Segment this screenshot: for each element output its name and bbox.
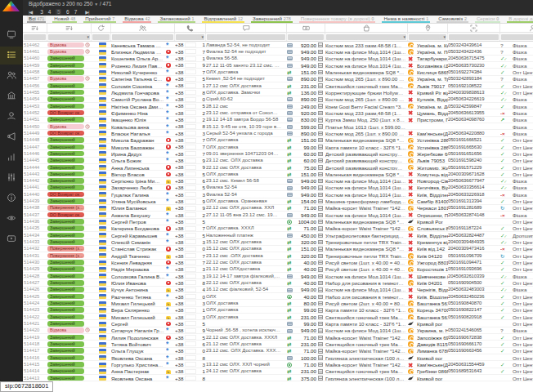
column-header-user[interactable] — [500, 24, 533, 32]
sidebar-item-video[interactable] — [0, 230, 23, 248]
order-row[interactable]: 514447ЗавершенийМикола Бадражан+387ОЛХ д… — [23, 144, 533, 150]
order-row[interactable]: 514451ЗавершенийІващенко Юлія*+38219.12 … — [23, 117, 533, 123]
column-header-chat[interactable] — [206, 24, 287, 32]
sidebar-item-visibility[interactable] — [0, 210, 23, 228]
order-row[interactable]: 514453ЗавершенийНікітіна Оксана Дми…*+38… — [23, 103, 533, 109]
tab-Нема в наявності[interactable]: Нема в наявності 1 — [382, 16, 430, 23]
order-row[interactable]: 514445ЗавершенийОльга Божик*+38923.12 см… — [23, 158, 533, 164]
order-row[interactable]: 514414ЗавершенийАнна Пастернакlc+38124.1… — [23, 368, 533, 375]
column-header-phone[interactable] — [175, 24, 206, 32]
filter-input[interactable] — [449, 34, 499, 40]
chevron-down-icon[interactable]: ▼ — [94, 2, 98, 7]
page-4[interactable]: 4 — [48, 9, 52, 15]
order-row[interactable]: 514417ЗавершенийОльга Глущук*+38023.12 с… — [23, 348, 533, 354]
column-header-bag[interactable] — [325, 24, 408, 32]
tab-В дорозі додому[interactable]: В дорозі додому 0 — [507, 16, 533, 23]
order-row[interactable]: 514456ЗавершенийСоломія Сідоніна*+38127.… — [23, 82, 533, 89]
sidebar-item-marketing[interactable] — [0, 128, 23, 146]
tab-Відправлений[interactable]: Відправлений 12 — [202, 16, 244, 23]
order-row[interactable]: 514426ЗавершенийКучук Антонинаlc+38416.1… — [23, 287, 533, 293]
order-row[interactable]: 514428ЗавершенийСолодкова Галина В…*+383… — [23, 273, 533, 279]
sidebar-item-orders[interactable] — [0, 47, 23, 65]
order-row[interactable]: 514462ВідмоваКаневська Тамара …*+381Лава… — [23, 42, 533, 48]
order-row[interactable]: 514422ЗавершенийМихаил Гилецькийlc+383ОЛ… — [23, 314, 533, 320]
order-row[interactable]: 514437DO Возврат ок…Анжела Безушку*+3822… — [23, 212, 533, 218]
order-row[interactable]: 514449DO Возврат ок…Власюк Наталья*+383С… — [23, 130, 533, 136]
sidebar-item-screen[interactable] — [0, 26, 23, 44]
order-row[interactable]: 514450ВідмоваКовальова анна*+38815.12. 9… — [23, 123, 533, 130]
order-row[interactable]: 514439ЗавершенийУляна Мусійовська*+389ОЛ… — [23, 198, 533, 205]
order-row[interactable]: 514442ЗавершенийСергієнко Іріна Ми…lc+38… — [23, 178, 533, 185]
sidebar-item-finance[interactable] — [0, 108, 23, 126]
sidebar-item-settings[interactable] — [0, 169, 23, 187]
filter-input[interactable] — [24, 34, 46, 40]
sidebar-item-customers[interactable] — [0, 67, 23, 85]
page-7[interactable]: 7 — [74, 9, 78, 15]
filter-input[interactable] — [207, 34, 285, 40]
order-row[interactable]: 514435ЗавершенийКатерина Богданова+387ОЛ… — [23, 225, 533, 232]
page-6[interactable]: 6 — [66, 9, 69, 15]
column-header-sort[interactable] — [47, 24, 92, 32]
order-row[interactable]: 514452DO Возврат ок…Єфименко Ніна*+38223… — [23, 109, 533, 116]
filter-input[interactable]: ▾ — [176, 34, 204, 40]
order-row[interactable]: 514446ЗавершенийИрина Дидух*+38709.01 зв… — [23, 150, 533, 157]
order-row[interactable]: 514416ЗавершенийЯковлева Оксана*+388100.… — [23, 354, 533, 361]
order-row[interactable]: 514440DO Возврат ок…Гуцалюк Галина*+383Ф… — [23, 191, 533, 198]
order-row[interactable]: 514455ЗавершенийЛюдмила Гончарова*+388ОЛ… — [23, 89, 533, 96]
filter-input[interactable] — [288, 34, 324, 40]
last-page-button[interactable]: ▶| — [85, 9, 88, 15]
column-header-pin[interactable] — [408, 24, 448, 32]
filter-input[interactable] — [92, 34, 110, 40]
sidebar-item-warehouse[interactable] — [0, 87, 23, 105]
column-header-money[interactable] — [287, 24, 325, 32]
order-row[interactable]: 514438Повернення (з…Юлия Баланюкlc+38922… — [23, 205, 533, 212]
page-5[interactable]: 5 — [56, 9, 61, 15]
column-header-users[interactable] — [111, 24, 175, 32]
order-row[interactable]: 514458ЗавершенийНиколай Кучеренко*+387ОЛ… — [23, 69, 533, 75]
order-row[interactable]: 514424ЗавершенийМихаил Гилецькийlc+383ОЛ… — [23, 300, 533, 306]
app-logo-icon[interactable] — [2, 1, 20, 11]
order-row[interactable]: 514418ЗавершенийТетяна Войтович*+38621.1… — [23, 341, 533, 347]
tab-Сервіси[interactable]: Сервіси 0 — [475, 16, 500, 23]
column-header-sort[interactable] — [23, 24, 47, 32]
column-header-refresh[interactable] — [92, 24, 111, 32]
tab-Прийнятий[interactable]: Прийнятий 7 — [83, 16, 116, 23]
tab-Новий[interactable]: Новий 48 — [52, 16, 77, 23]
order-row[interactable]: 514434ЗавершенийСергей Карамышев*+385Нал… — [23, 232, 533, 238]
order-row[interactable]: 514459ЗавершенийРуденко Лидия Пав…+38927… — [23, 62, 533, 69]
filter-input[interactable]: ▾ — [326, 34, 406, 40]
order-row[interactable]: 514432Повернення (з…Станіслав Стрижак+38… — [23, 246, 533, 252]
tab-Всі[interactable]: Всі 471 — [27, 16, 46, 23]
order-row[interactable]: 514461ВідмоваБлизнюк Людмила …+387Фиалка… — [23, 48, 533, 55]
filter-input[interactable] — [501, 34, 533, 40]
order-row[interactable]: 514444ЗавершенийАнна Липенська+38922.12 … — [23, 164, 533, 171]
filter-input[interactable]: ▾ — [409, 34, 446, 40]
first-page-button[interactable]: |◀ — [29, 9, 32, 15]
tab-Повернення товару (в дорозі)[interactable]: Повернення товару (в дорозі) 0 — [299, 16, 376, 23]
filter-input[interactable] — [112, 34, 173, 40]
order-row[interactable]: 514433ЗавершенийОлексій Семанін*+38315.1… — [23, 239, 533, 246]
order-row[interactable]: 514420ВідмоваСитарчук Наталія Гр…*+389Чо… — [23, 327, 533, 334]
order-row[interactable]: 514448ЗавершенийМикола Бадражан+387ОЛХ д… — [23, 137, 533, 144]
tab-Завершений[interactable]: Завершений 278 — [251, 16, 293, 23]
order-row[interactable]: 514460ЗавершенийКошелева Ольга Ар…*+381Ф… — [23, 56, 533, 62]
order-row[interactable]: 514443ЗавершенийВіктор Власов+385ОЛХ дос… — [23, 171, 533, 177]
order-row[interactable]: 514436ЗавершенийСергей Петров*+3851004.0… — [23, 219, 533, 225]
order-row[interactable]: 514429ЗавершенийНадія Мерзаєва*+38321.12… — [23, 266, 533, 273]
order-row[interactable]: 514419ЗавершенийЛилия Подолинская+38522.… — [23, 334, 533, 341]
order-row[interactable]: 514421ЗавершенийСергей+38599.00Карта пам… — [23, 320, 533, 327]
order-row[interactable]: 514430ЗавершенийКсения Левадняя+38722.12… — [23, 260, 533, 266]
page-3[interactable]: 3 — [40, 9, 43, 15]
tab-Запакований[interactable]: Запакований 1 — [158, 16, 195, 23]
order-row[interactable]: 514441ЗавершенийЗахарченко Люба+385Фиалк… — [23, 185, 533, 191]
order-row[interactable]: 514415ЗавершенийГоргулько Христина…*+383… — [23, 361, 533, 368]
tab-Самовивіз[interactable]: Самовивіз 2 — [437, 16, 468, 23]
sidebar-item-reports[interactable] — [0, 149, 23, 167]
order-row[interactable]: 514423ЗавершенийВера Скляренко*+381ОЛХ д… — [23, 307, 533, 314]
order-row[interactable]: 514413ЗавершенийЯковлева Оксана*+388⇄375… — [23, 375, 533, 381]
tab-Відмова[interactable]: Відмова 42 — [123, 16, 151, 23]
order-row[interactable]: 514457ВідмоваСапегіна Татьяна С…+385Кеме… — [23, 76, 533, 82]
filter-input[interactable]: ▾ — [48, 34, 90, 40]
order-row[interactable]: 514427ЗавершенийЮлия Иванова+38822.12 см… — [23, 279, 533, 286]
order-row[interactable]: 514425ЗавершенийРадченко Тетяна*+380ОЛХ4… — [23, 293, 533, 300]
